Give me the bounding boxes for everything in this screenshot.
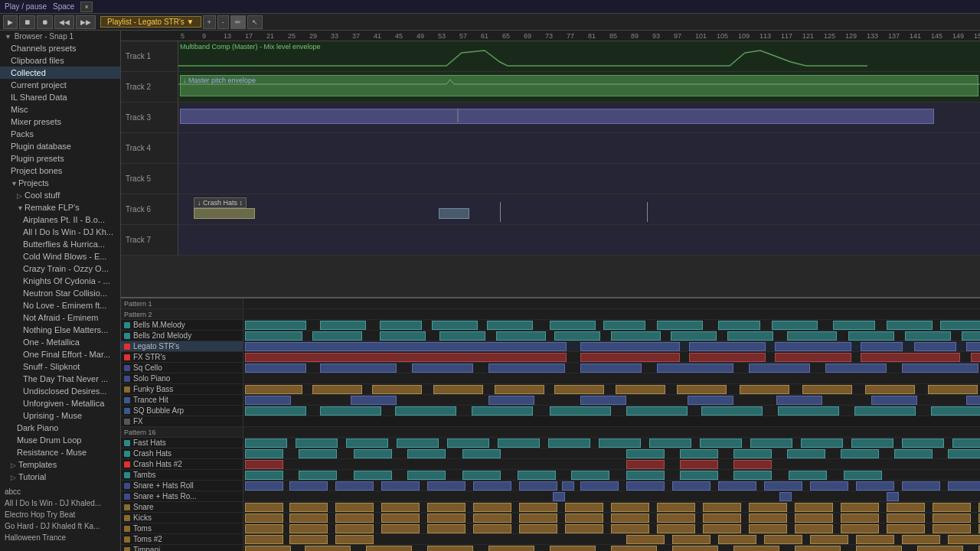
sidebar-item-butterflies[interactable]: Butterflies & Hurrica... (0, 238, 120, 250)
pblock-funkybass-6[interactable] (554, 385, 604, 394)
pblock-funkybass-11[interactable] (865, 385, 915, 394)
pblock-sqcello-1[interactable] (245, 364, 306, 373)
sidebar-item-muse-drum-loop[interactable]: Muse Drum Loop (0, 434, 120, 446)
pblock-snare-10[interactable] (657, 503, 695, 512)
pattern-track-sq-cello[interactable] (243, 363, 980, 373)
sidebar-item-packs[interactable]: Packs (0, 128, 120, 140)
track1-content[interactable]: Multiband Comp (Master) - Mix level enve… (178, 41, 980, 71)
sidebar-item-all-i-do-win[interactable]: All I Do Is Win - DJ Khaled... (0, 497, 120, 509)
pblock-legato-2[interactable] (580, 342, 680, 351)
sidebar-item-dark-piano[interactable]: Dark Piano (0, 422, 120, 434)
pblock-toms-11[interactable] (703, 524, 741, 533)
pblock-toms-8[interactable] (565, 524, 603, 533)
pblock-snareroll-9[interactable] (580, 481, 619, 491)
pblock-snarero-1[interactable] (553, 492, 565, 501)
sidebar-item-snuff[interactable]: Snuff - Slipknot (0, 360, 120, 373)
pblock-snare-9[interactable] (611, 503, 649, 512)
pblock-snare-7[interactable] (519, 503, 557, 512)
pblock-fxstrs-5[interactable] (861, 353, 960, 362)
select-tool-button[interactable]: ↖ (247, 15, 263, 29)
sidebar-item-channels-presets[interactable]: Channels presets (0, 42, 120, 54)
pblock-toms2-11[interactable] (948, 535, 980, 544)
pblock-snareroll-8-sm[interactable] (562, 481, 574, 491)
pattern-track-tambs[interactable] (243, 470, 980, 481)
pblock-snareroll-13[interactable] (764, 481, 802, 491)
zoom-out-button[interactable]: - (217, 15, 229, 29)
pblock-bells2-12[interactable] (905, 331, 951, 341)
pblock-timpani-1[interactable] (245, 546, 291, 551)
pattern-track-trance-hit[interactable] (243, 395, 980, 406)
pblock-timpani-10[interactable] (795, 546, 841, 551)
pblock-timpani-3[interactable] (366, 546, 412, 551)
pblock-bells2-10[interactable] (787, 331, 837, 341)
pattern-track-bells-m-melody[interactable] (243, 320, 980, 331)
pblock-crashhats-10[interactable] (841, 449, 879, 458)
pattern-track-toms-2[interactable] (243, 534, 980, 545)
pblock-snareroll-14[interactable] (810, 481, 848, 491)
pblock-toms-13[interactable] (795, 524, 833, 533)
pblock-toms2-2[interactable] (289, 535, 328, 544)
pattern-track-sq-bubble-arp[interactable] (243, 406, 980, 416)
pattern-track-crash-hats[interactable] (243, 448, 980, 459)
sidebar-item-tutorial[interactable]: ▷Tutorial (0, 471, 120, 483)
pblock-fasthats-8[interactable] (599, 439, 641, 448)
sidebar-item-halloween-trance[interactable]: Halloween Trance (0, 532, 120, 543)
pattern-track-legato-strs[interactable] (243, 341, 980, 352)
pattern-track-fast-hats[interactable] (243, 438, 980, 448)
sidebar-item-not-afraid[interactable]: Not Afraid - Eminem (0, 311, 120, 324)
sidebar-item-plugin-database[interactable]: Plugin database (0, 140, 120, 152)
pblock-tambs-11[interactable] (789, 471, 827, 480)
pblock-toms2-3[interactable] (335, 535, 374, 544)
pblock-snare-5[interactable] (427, 503, 466, 512)
pblock-snareroll-11[interactable] (672, 481, 710, 491)
sidebar-item-cold-wind-blows[interactable]: Cold Wind Blows - E... (0, 250, 120, 262)
sidebar-item-electro-hop[interactable]: Electro Hop Try Beat (0, 509, 120, 520)
pblock-bells-m-5[interactable] (487, 321, 533, 330)
pblock-snarero-3[interactable] (887, 492, 899, 501)
pblock-snare-4[interactable] (381, 503, 420, 512)
pattern-track-funky-bass[interactable] (243, 384, 980, 395)
pblock-tambs-3[interactable] (354, 471, 392, 480)
pblock-bells-m-11[interactable] (833, 321, 875, 330)
pblock-bells2-2[interactable] (312, 331, 362, 341)
pblock-toms2-7[interactable] (764, 535, 802, 544)
pblock-crashhats-4[interactable] (407, 449, 446, 458)
pblock-bells2-8[interactable] (671, 331, 717, 341)
pblock-fasthats-14[interactable] (902, 439, 944, 448)
pblock-fasthats-4[interactable] (397, 439, 439, 448)
pblock-funkybass-1[interactable] (245, 385, 302, 394)
pblock-bells-m-4[interactable] (432, 321, 478, 330)
pblock-tambs-8[interactable] (626, 471, 665, 480)
pblock-funkybass-7[interactable] (616, 385, 665, 394)
sidebar-item-projects[interactable]: ▼Projects (0, 177, 120, 189)
pblock-toms-7[interactable] (519, 524, 557, 533)
pblock-crashhats-6[interactable] (626, 449, 665, 458)
pblock-kicks-15[interactable] (887, 514, 925, 523)
pblock-bells-m-7[interactable] (603, 321, 645, 330)
pblock-crashhats2-2[interactable] (626, 460, 665, 469)
pblock-crashhats-9[interactable] (787, 449, 825, 458)
sidebar-item-undisclosed[interactable]: Undisclosed Desires... (0, 385, 120, 397)
pblock-fasthats-2[interactable] (296, 439, 338, 448)
pblock-toms2-1[interactable] (245, 535, 283, 544)
sidebar-item-browser[interactable]: ▼ Browser - Snap 1 (0, 31, 120, 42)
pblock-funkybass-12[interactable] (928, 385, 978, 394)
pblock-fasthats-1[interactable] (245, 439, 287, 448)
pblock-snare-3[interactable] (335, 503, 374, 512)
sidebar-item-il-shared-data[interactable]: IL Shared Data (0, 91, 120, 103)
pblock-tambs-2[interactable] (299, 471, 337, 480)
pblock-funkybass-2[interactable] (312, 385, 362, 394)
pblock-trancehit-4[interactable] (580, 396, 626, 405)
pblock-crashhats-5[interactable] (462, 449, 501, 458)
pattern-track-snare[interactable] (243, 502, 980, 513)
pblock-funkybass-4[interactable] (433, 385, 483, 394)
pblock-sqcello-2[interactable] (320, 364, 397, 373)
record-button[interactable]: ⏺ (37, 15, 53, 29)
pblock-bells2-4[interactable] (439, 331, 485, 341)
pblock-sqcello-8[interactable] (825, 364, 887, 373)
pblock-sqcello-6[interactable] (657, 364, 733, 373)
pblock-funkybass-9[interactable] (740, 385, 789, 394)
pattern-blocks-area[interactable] (243, 298, 980, 551)
pblock-fxstrs-4[interactable] (775, 353, 851, 362)
pblock-toms-5[interactable] (427, 524, 466, 533)
